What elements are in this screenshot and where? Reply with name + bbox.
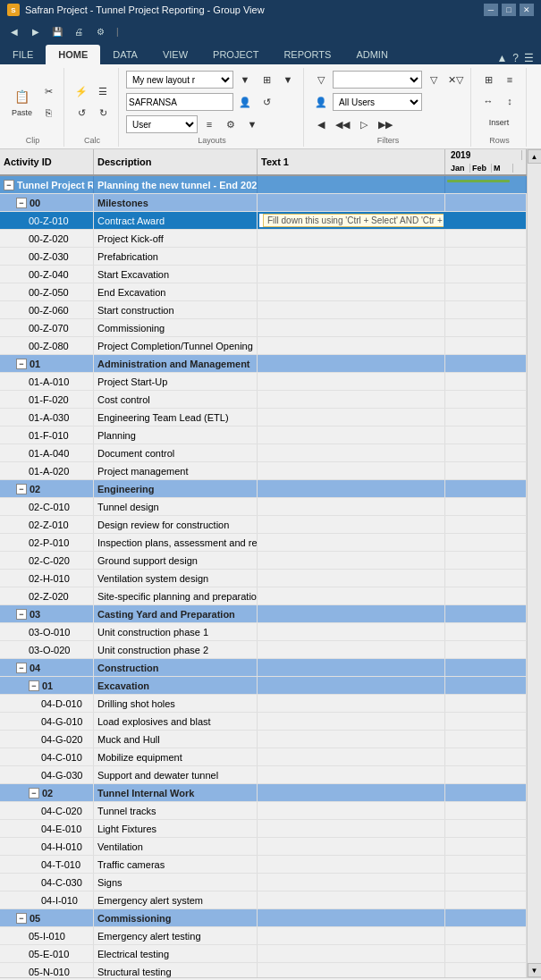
cell-text1[interactable] [258,909,445,926]
cell-description[interactable]: Project Completion/Tunnel Opening [94,337,258,354]
close-button[interactable]: ✕ [520,4,534,16]
cell-activity-id[interactable]: 01-A-040 [0,444,94,461]
table-row[interactable]: 00-Z-030Prefabrication [0,248,527,266]
cell-description[interactable]: Contract Award [94,212,258,229]
cell-text1[interactable] [258,641,445,658]
cell-activity-id[interactable]: 01-A-020 [0,462,94,479]
table-row[interactable]: −05Commissioning [0,909,527,927]
table-row[interactable]: 04-T-010Traffic cameras [0,856,527,874]
cell-text1[interactable] [258,659,445,676]
table-row[interactable]: −00Milestones [0,194,527,212]
tab-admin[interactable]: ADMIN [343,45,400,64]
cell-description[interactable]: Signs [94,874,258,891]
table-row[interactable]: 05-E-010Electrical testing [0,945,527,963]
table-row[interactable]: 00-Z-010Contract AwardFill down this usi… [0,212,527,230]
cell-description[interactable]: Commissioning [94,909,258,926]
table-row[interactable]: 02-Z-010Design review for construction [0,516,527,534]
table-row[interactable]: −Tunnel Project RePlanning the new tunne… [0,176,527,194]
cell-activity-id[interactable]: 03-O-020 [0,641,94,658]
filter-extra4[interactable]: ▶▶ [376,114,395,134]
cut-button[interactable]: ✂ [38,81,58,101]
cell-description[interactable]: Planning [94,427,258,444]
cell-text1[interactable] [258,605,445,622]
cell-activity-id[interactable]: 04-I-010 [0,891,94,908]
cell-text1[interactable] [258,570,445,587]
cell-text1[interactable] [258,838,445,855]
cell-activity-id[interactable]: −04 [0,659,94,676]
copy-button[interactable]: ⎘ [38,103,58,122]
table-row[interactable]: 00-Z-080Project Completion/Tunnel Openin… [0,337,527,355]
user-type-dropdown[interactable]: User [126,115,198,133]
cell-activity-id[interactable]: 00-Z-020 [0,230,94,247]
cell-activity-id[interactable]: 01-F-020 [0,391,94,408]
cell-text1[interactable] [258,802,445,819]
cell-text1[interactable] [258,283,445,300]
cell-activity-id[interactable]: 02-C-010 [0,498,94,515]
cell-description[interactable]: Drilling shot holes [94,695,258,712]
cell-activity-id[interactable]: 00-Z-050 [0,283,94,300]
cell-description[interactable]: Muck and Hull [94,731,258,748]
cell-text1[interactable] [258,498,445,515]
cell-activity-id[interactable]: 00-Z-080 [0,337,94,354]
calc-btn2[interactable]: ↺ [72,103,91,122]
cell-description[interactable]: Project Start-Up [94,373,258,390]
cell-text1[interactable] [258,230,445,247]
filter-dropdown[interactable] [333,71,422,89]
cell-activity-id[interactable]: 04-H-010 [0,838,94,855]
collapse-button[interactable]: − [16,663,27,673]
cell-text1[interactable] [258,927,445,944]
table-row[interactable]: 01-A-010Project Start-Up [0,373,527,391]
table-row[interactable]: 04-G-010Load explosives and blast [0,713,527,731]
table-row[interactable]: −03Casting Yard and Preparation [0,605,527,623]
table-row[interactable]: 02-C-010Tunnel design [0,498,527,516]
cell-activity-id[interactable]: 01-A-030 [0,409,94,426]
cell-text1[interactable] [258,766,445,783]
cell-text1[interactable] [258,301,445,318]
tab-home[interactable]: HOME [46,45,100,64]
cell-activity-id[interactable]: −02 [0,480,94,497]
calc-btn3[interactable]: ☰ [93,81,113,101]
table-row[interactable]: 04-H-010Ventilation [0,838,527,856]
cell-description[interactable]: Load explosives and blast [94,713,258,730]
cell-description[interactable]: Commissioning [94,319,258,336]
cell-description[interactable]: Engineering Team Lead (ETL) [94,409,258,426]
cell-text1[interactable] [258,677,445,694]
user-search-btn[interactable]: ↺ [257,92,276,112]
cell-description[interactable]: Emergency alert system [94,891,258,908]
cell-text1[interactable] [258,713,445,730]
layout-settings-icon[interactable]: ⊞ [257,70,276,89]
calc-btn4[interactable]: ↻ [93,103,113,122]
cell-text1[interactable] [258,266,445,283]
collapse-button[interactable]: − [16,609,27,620]
filter-icon1[interactable]: ▽ [311,70,331,89]
cell-text1[interactable] [258,748,445,765]
cell-description[interactable]: Design review for construction [94,516,258,533]
layout-extra-btn[interactable]: ≡ [199,114,219,134]
cell-activity-id[interactable]: 04-E-010 [0,820,94,837]
collapse-button[interactable]: − [4,180,14,190]
cell-text1[interactable] [258,176,445,193]
calc-btn1[interactable]: ⚡ [72,81,91,101]
cell-text1[interactable] [258,731,445,748]
cell-text1[interactable] [258,480,445,497]
filter-extra3[interactable]: ▷ [354,114,374,134]
table-row[interactable]: 00-Z-040Start Excavation [0,266,527,283]
table-row[interactable]: 00-Z-060Start construction [0,301,527,319]
cell-description[interactable]: End Excavation [94,283,258,300]
cell-description[interactable]: Structural testing [94,963,258,977]
filter-icon2[interactable]: 👤 [311,92,331,112]
cell-activity-id[interactable]: 04-G-030 [0,766,94,783]
user-field[interactable] [126,93,233,111]
cell-text1[interactable] [258,891,445,908]
user-btn[interactable]: 👤 [235,92,255,112]
cell-text1[interactable]: Fill down this using 'Ctrl + Select' AND… [258,212,445,229]
table-row[interactable]: 04-C-020Tunnel tracks [0,802,527,820]
cell-description[interactable]: Excavation [94,677,258,694]
cell-text1[interactable] [258,874,445,891]
cell-activity-id[interactable]: 04-G-010 [0,713,94,730]
qa-print-button[interactable]: 🖨 [70,22,88,40]
cell-activity-id[interactable]: −03 [0,605,94,622]
table-row[interactable]: 04-G-030Support and dewater tunnel [0,766,527,784]
collapse-button[interactable]: − [16,359,27,369]
row-btn4[interactable]: ↕ [500,91,520,111]
